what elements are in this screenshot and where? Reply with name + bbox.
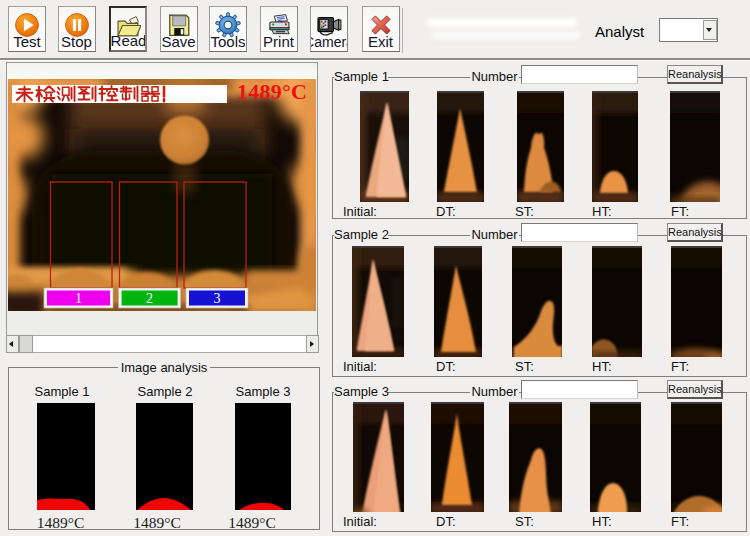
svg-text:2: 2: [146, 291, 153, 306]
svg-text:3: 3: [214, 291, 221, 306]
svg-text:1489°C: 1489°C: [237, 79, 307, 104]
svg-text:1: 1: [75, 291, 82, 306]
